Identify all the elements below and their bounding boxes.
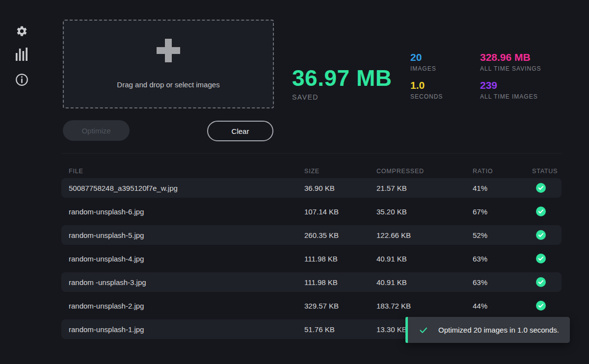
file-size: 51.76 KB: [304, 325, 376, 334]
file-name: random-unsplash-6.jpg: [61, 208, 304, 216]
images-label: IMAGES: [410, 65, 443, 73]
file-ratio: 63%: [473, 255, 532, 263]
status-success-icon: [536, 230, 546, 240]
info-icon: [15, 73, 28, 86]
seconds-label: SECONDS: [410, 93, 443, 101]
check-icon: [419, 326, 428, 335]
toast-notification: Optimized 20 images in 1.0 seconds.: [405, 317, 570, 343]
gear-icon: [16, 25, 28, 37]
clear-button[interactable]: Clear: [207, 121, 273, 141]
optimize-button[interactable]: Optimize: [63, 120, 130, 141]
table-header: FILE SIZE COMPRESSED RATIO STATUS: [61, 164, 562, 178]
file-name: random-unsplash-5.jpg: [61, 231, 304, 239]
saved-stat: 36.97 MB SAVED: [292, 66, 392, 101]
col-header-compressed: COMPRESSED: [376, 168, 473, 175]
table-row: random-unsplash-4.jpg 111.98 KB 40.91 KB…: [61, 249, 562, 268]
file-name: random-unsplash-2.jpg: [61, 302, 304, 310]
alltime-savings-label: ALL TIME SAVINGS: [480, 65, 541, 73]
table-row: 50087758248_a395120f7e_w.jpg 36.90 KB 21…: [61, 178, 562, 198]
file-status: [532, 207, 562, 216]
status-success-icon: [536, 301, 546, 311]
file-ratio: 63%: [473, 278, 532, 286]
images-stat: 20 IMAGES: [410, 51, 443, 73]
file-table: FILE SIZE COMPRESSED RATIO STATUS 500877…: [61, 164, 562, 339]
alltime-stats: 328.96 MB ALL TIME SAVINGS 239 ALL TIME …: [480, 51, 541, 107]
saved-value: 36.97 MB: [292, 66, 392, 90]
seconds-stat: 1.0 SECONDS: [410, 79, 443, 101]
file-name: random -unsplash-3.jpg: [61, 278, 304, 286]
seconds-value: 1.0: [410, 79, 443, 92]
file-size: 260.35 KB: [304, 231, 376, 239]
file-ratio: 52%: [473, 231, 532, 239]
app-window: Drag and drop or select images Optimize …: [0, 0, 589, 364]
table-top-divider: [61, 153, 562, 154]
alltime-images-value: 239: [480, 79, 541, 92]
col-header-ratio: RATIO: [473, 168, 532, 175]
status-success-icon: [536, 207, 546, 216]
status-success-icon: [536, 277, 546, 287]
file-compressed: 40.91 KB: [376, 255, 473, 263]
status-success-icon: [536, 254, 546, 263]
file-ratio: 41%: [473, 184, 532, 192]
alltime-savings-value: 328.96 MB: [480, 51, 541, 64]
file-compressed: 21.57 KB: [376, 184, 473, 192]
sidebar: [0, 0, 43, 364]
file-name: random-unsplash-1.jpg: [61, 325, 304, 334]
file-size: 111.98 KB: [304, 278, 376, 286]
file-name: 50087758248_a395120f7e_w.jpg: [61, 184, 304, 192]
file-ratio: 44%: [473, 302, 532, 310]
file-size: 329.57 KB: [304, 302, 376, 310]
file-size: 36.90 KB: [304, 184, 376, 192]
file-status: [532, 277, 562, 287]
table-body: 50087758248_a395120f7e_w.jpg 36.90 KB 21…: [61, 178, 562, 339]
status-success-icon: [536, 183, 546, 193]
table-row: random -unsplash-3.jpg 111.98 KB 40.91 K…: [61, 272, 562, 292]
toast-message: Optimized 20 images in 1.0 seconds.: [438, 326, 559, 334]
file-size: 111.98 KB: [304, 255, 376, 263]
bar-chart-icon: [15, 47, 28, 61]
file-compressed: 122.66 KB: [376, 231, 473, 239]
file-name: random-unsplash-4.jpg: [61, 255, 304, 263]
sidebar-item-stats[interactable]: [15, 47, 28, 61]
alltime-savings-stat: 328.96 MB ALL TIME SAVINGS: [480, 51, 541, 73]
sidebar-item-settings[interactable]: [15, 24, 28, 38]
file-status: [532, 254, 562, 263]
col-header-size: SIZE: [304, 168, 376, 175]
images-value: 20: [410, 51, 443, 64]
col-header-file: FILE: [61, 168, 304, 175]
file-compressed: 183.72 KB: [376, 302, 473, 310]
file-ratio: 67%: [473, 208, 532, 216]
col-header-status: STATUS: [532, 168, 562, 175]
file-status: [532, 301, 562, 311]
table-row: random-unsplash-5.jpg 260.35 KB 122.66 K…: [61, 225, 562, 245]
file-compressed: 35.20 KB: [376, 208, 473, 216]
table-row: random-unsplash-2.jpg 329.57 KB 183.72 K…: [61, 296, 562, 315]
dropzone-label: Drag and drop or select images: [117, 80, 219, 89]
file-size: 107.14 KB: [304, 208, 376, 216]
dropzone[interactable]: Drag and drop or select images: [63, 20, 274, 108]
table-row: random-unsplash-6.jpg 107.14 KB 35.20 KB…: [61, 202, 562, 221]
alltime-images-label: ALL TIME IMAGES: [480, 93, 541, 101]
saved-label: SAVED: [292, 93, 392, 101]
alltime-images-stat: 239 ALL TIME IMAGES: [480, 79, 541, 101]
sidebar-item-about[interactable]: [15, 73, 28, 86]
file-compressed: 40.91 KB: [376, 278, 473, 286]
file-status: [532, 230, 562, 240]
plus-icon: [157, 39, 180, 62]
file-status: [532, 183, 562, 193]
session-stats: 20 IMAGES 1.0 SECONDS: [410, 51, 443, 107]
